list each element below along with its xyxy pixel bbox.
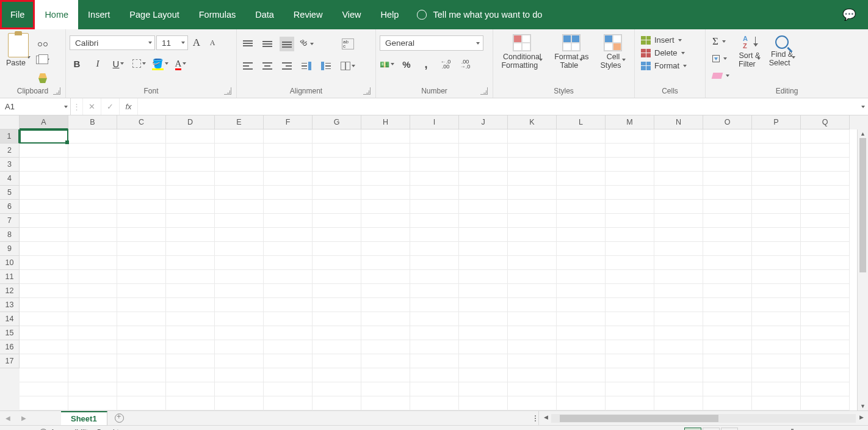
cell[interactable]	[654, 172, 703, 186]
cell[interactable]	[166, 354, 215, 368]
format-cells-button[interactable]: Format	[638, 60, 689, 71]
cell[interactable]	[361, 158, 410, 172]
cell[interactable]	[459, 354, 508, 368]
cell[interactable]	[215, 242, 264, 256]
cell[interactable]	[68, 158, 117, 172]
cell[interactable]	[508, 298, 557, 312]
cell[interactable]	[557, 158, 606, 172]
cell[interactable]	[361, 200, 410, 214]
align-left-button[interactable]	[241, 59, 255, 73]
page-layout-view-button[interactable]: ▤	[703, 428, 720, 431]
cell[interactable]	[459, 284, 508, 298]
cell[interactable]	[801, 144, 850, 158]
cell[interactable]	[557, 270, 606, 284]
normal-view-button[interactable]: ▦	[684, 428, 701, 431]
cell[interactable]	[166, 326, 215, 340]
cell-styles-button[interactable]: Cell Styles	[598, 33, 628, 71]
cell[interactable]	[703, 284, 752, 298]
cell[interactable]	[117, 396, 166, 410]
cell[interactable]	[606, 129, 654, 144]
cell[interactable]	[606, 256, 654, 270]
cell[interactable]	[654, 396, 703, 410]
scroll-right-button[interactable]: ▶	[857, 414, 866, 423]
column-header[interactable]: E	[215, 115, 264, 129]
cell[interactable]	[606, 158, 654, 172]
column-header[interactable]: I	[410, 115, 459, 129]
cell[interactable]	[752, 242, 801, 256]
cell[interactable]	[508, 312, 557, 326]
row-header[interactable]: 3	[0, 158, 20, 172]
column-header[interactable]: L	[557, 115, 606, 129]
cell[interactable]	[459, 382, 508, 396]
cell[interactable]	[20, 158, 68, 172]
cell[interactable]	[703, 312, 752, 326]
scroll-left-button[interactable]: ◀	[541, 414, 550, 423]
cell[interactable]	[20, 144, 68, 158]
cell[interactable]	[801, 270, 850, 284]
row-header[interactable]: 10	[0, 256, 20, 270]
merge-center-button[interactable]	[341, 59, 355, 73]
increase-decimal-button[interactable]: ←.0.00	[438, 57, 453, 71]
cell[interactable]	[459, 312, 508, 326]
cell[interactable]	[166, 172, 215, 186]
cell[interactable]	[313, 396, 361, 410]
cell[interactable]	[20, 256, 68, 270]
cell[interactable]	[215, 129, 264, 144]
cell[interactable]	[20, 396, 68, 410]
cell[interactable]	[117, 144, 166, 158]
cell[interactable]	[654, 354, 703, 368]
cell[interactable]	[801, 382, 850, 396]
autosum-button[interactable]: Σ	[709, 34, 732, 49]
row-header[interactable]: 2	[0, 144, 20, 158]
cell[interactable]	[410, 158, 459, 172]
cell[interactable]	[361, 284, 410, 298]
cell[interactable]	[264, 382, 313, 396]
cell[interactable]	[654, 368, 703, 382]
cell[interactable]	[410, 228, 459, 242]
cell[interactable]	[606, 144, 654, 158]
cell[interactable]	[68, 354, 117, 368]
column-header[interactable]: B	[68, 115, 117, 129]
cell[interactable]	[752, 172, 801, 186]
cell[interactable]	[313, 312, 361, 326]
cell[interactable]	[20, 368, 68, 382]
cell[interactable]	[264, 270, 313, 284]
cell[interactable]	[68, 256, 117, 270]
cell[interactable]	[459, 326, 508, 340]
cell[interactable]	[215, 270, 264, 284]
cell[interactable]	[166, 158, 215, 172]
cell[interactable]	[654, 270, 703, 284]
cell[interactable]	[606, 270, 654, 284]
cell[interactable]	[703, 368, 752, 382]
tab-insert[interactable]: Insert	[78, 0, 120, 29]
cell[interactable]	[752, 256, 801, 270]
cell[interactable]	[410, 340, 459, 354]
cell[interactable]	[557, 186, 606, 200]
cell[interactable]	[654, 158, 703, 172]
vertical-scroll-thumb[interactable]	[859, 138, 866, 272]
cell[interactable]	[361, 396, 410, 410]
cell[interactable]	[508, 186, 557, 200]
cell[interactable]	[215, 368, 264, 382]
cell[interactable]	[215, 382, 264, 396]
cell[interactable]	[68, 214, 117, 228]
cell[interactable]	[166, 382, 215, 396]
cell[interactable]	[654, 242, 703, 256]
cell[interactable]	[410, 256, 459, 270]
cell[interactable]	[313, 256, 361, 270]
cell[interactable]	[459, 186, 508, 200]
cell[interactable]	[410, 354, 459, 368]
cell[interactable]	[752, 382, 801, 396]
cell[interactable]	[215, 228, 264, 242]
align-center-button[interactable]	[260, 59, 275, 73]
underline-button[interactable]: U	[111, 56, 126, 71]
cell[interactable]	[410, 270, 459, 284]
prev-sheet-button[interactable]: ◀	[5, 415, 10, 421]
cell[interactable]	[508, 326, 557, 340]
cell[interactable]	[117, 284, 166, 298]
cell[interactable]	[215, 144, 264, 158]
cell[interactable]	[68, 298, 117, 312]
cell[interactable]	[752, 270, 801, 284]
cell[interactable]	[361, 340, 410, 354]
cell[interactable]	[703, 228, 752, 242]
